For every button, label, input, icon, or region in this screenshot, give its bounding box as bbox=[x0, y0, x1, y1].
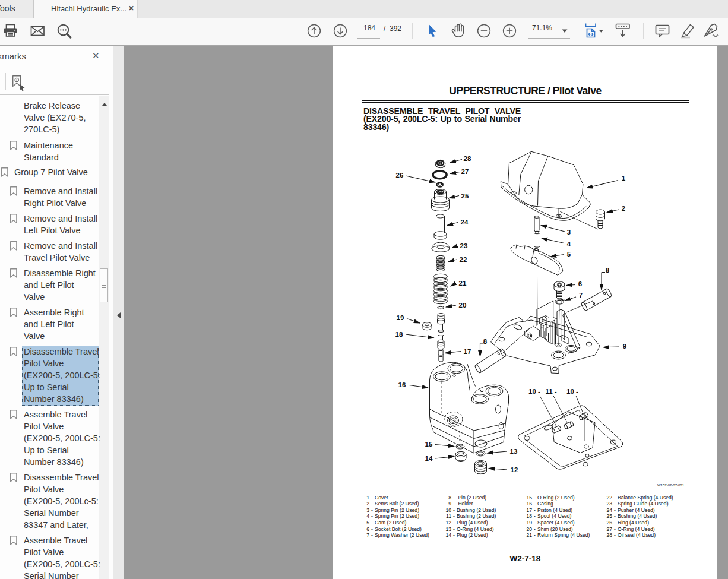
svg-text:10 -: 10 - bbox=[566, 388, 578, 395]
svg-text:22: 22 bbox=[460, 256, 467, 263]
svg-text:3: 3 bbox=[567, 229, 571, 236]
svg-text:1: 1 bbox=[622, 175, 626, 182]
svg-text:9: 9 bbox=[623, 343, 626, 350]
svg-text:14: 14 bbox=[425, 455, 433, 462]
svg-text:15: 15 bbox=[425, 441, 433, 448]
svg-text:4: 4 bbox=[567, 241, 571, 248]
svg-text:11 -: 11 - bbox=[545, 388, 556, 395]
svg-text:26: 26 bbox=[396, 172, 404, 179]
svg-text:8: 8 bbox=[606, 267, 610, 274]
svg-text:18: 18 bbox=[395, 331, 403, 338]
svg-text:5: 5 bbox=[567, 251, 571, 258]
svg-text:7: 7 bbox=[579, 292, 583, 299]
svg-text:2: 2 bbox=[622, 205, 625, 212]
svg-text:13: 13 bbox=[510, 448, 518, 455]
svg-text:17: 17 bbox=[464, 348, 471, 355]
svg-text:25: 25 bbox=[461, 192, 469, 200]
svg-text:16: 16 bbox=[398, 381, 406, 388]
svg-text:27: 27 bbox=[461, 168, 469, 175]
svg-text:6: 6 bbox=[578, 280, 582, 287]
svg-text:24: 24 bbox=[461, 219, 469, 226]
svg-text:21: 21 bbox=[459, 280, 467, 287]
svg-text:8: 8 bbox=[483, 338, 488, 345]
svg-text:23: 23 bbox=[460, 242, 468, 249]
svg-text:28: 28 bbox=[464, 155, 471, 162]
svg-text:10 -: 10 - bbox=[528, 388, 540, 395]
svg-text:20: 20 bbox=[459, 302, 467, 309]
svg-text:19: 19 bbox=[397, 314, 404, 321]
svg-text:12: 12 bbox=[511, 466, 518, 473]
